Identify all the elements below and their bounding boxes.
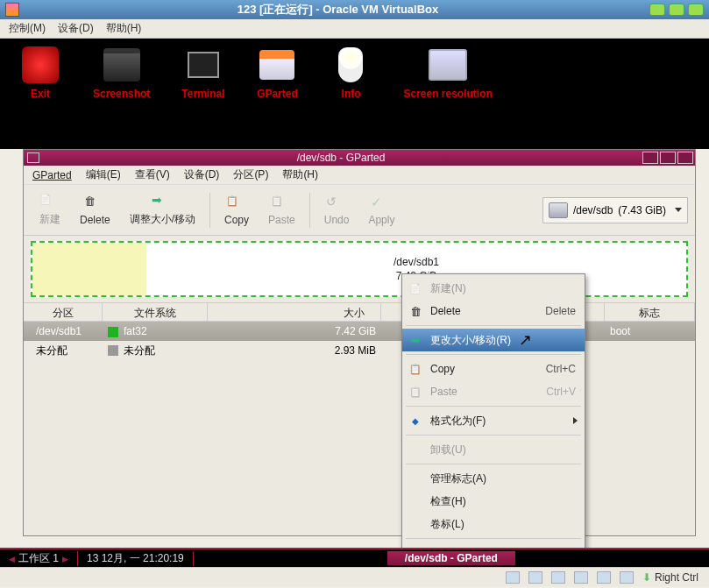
table-row[interactable]: 未分配未分配2.93 MiB (24, 341, 695, 360)
col-flags[interactable]: 标志 (605, 303, 695, 321)
vbox-maximize-button[interactable] (669, 4, 684, 16)
ctx-shortcut: Ctrl+C (546, 363, 576, 375)
monitor-icon (429, 49, 467, 81)
menu-edit[interactable]: 编辑(E) (86, 167, 121, 182)
blank-icon (408, 471, 423, 485)
gparted-close-button[interactable] (677, 152, 693, 164)
device-chooser[interactable]: /dev/sdb (7.43 GiB) (542, 197, 688, 223)
menu-separator (406, 406, 581, 407)
ctx-new: 新建(N) (402, 277, 585, 300)
ctx-label: 更改大小/移动(R) (430, 333, 511, 348)
blank-icon (408, 443, 423, 457)
blank-icon (408, 517, 423, 531)
launcher-terminal[interactable]: Terminal (181, 46, 224, 142)
vbox-menu-devices[interactable]: 设备(D) (58, 21, 94, 36)
menu-help[interactable]: 帮助(H) (282, 167, 318, 182)
ctx-resize[interactable]: 更改大小/移动(R) (402, 329, 585, 351)
col-filesystem[interactable]: 文件系统 (103, 303, 208, 321)
launcher-screenshot[interactable]: Screenshot (93, 46, 150, 142)
col-partition[interactable]: 分区 (24, 303, 103, 321)
ctx-label: 格式化为(F) (430, 414, 486, 429)
vbox-menu-control[interactable]: 控制(M) (9, 21, 46, 36)
submenu-arrow-icon (573, 417, 578, 424)
menu-separator (406, 354, 581, 355)
cell-partition: 未分配 (24, 344, 103, 358)
down-arrow-icon: ⬇ (642, 571, 651, 584)
gparted-maximize-button[interactable] (660, 152, 676, 164)
tb-label: 新建 (39, 212, 60, 227)
sb-net-icon[interactable] (551, 571, 565, 584)
gparted-titlebar[interactable]: /dev/sdb - GParted (24, 150, 695, 166)
gparted-menubar: GParted 编辑(E) 查看(V) 设备(D) 分区(P) 帮助(H) (24, 166, 695, 185)
ctx-label: 新建(N) (430, 281, 466, 296)
tb-label: Apply (368, 214, 394, 226)
ctx-copy[interactable]: CopyCtrl+C (402, 358, 585, 380)
new-icon (408, 281, 423, 295)
launcher-gparted[interactable]: GParted (256, 46, 298, 142)
menu-device[interactable]: 设备(D) (184, 167, 220, 182)
taskbar-task-gparted[interactable]: /dev/sdb - GParted (387, 551, 515, 565)
sb-hdd-icon[interactable] (506, 571, 520, 584)
menu-separator (406, 325, 581, 326)
host-key-indicator: ⬇Right Ctrl (642, 571, 698, 584)
ctx-format[interactable]: 格式化为(F) (402, 409, 585, 432)
vbox-logo-icon (5, 3, 19, 17)
vbox-close-button[interactable] (688, 4, 704, 16)
guest-taskbar: 工作区 1 13 12月, 一 21:20:19 /dev/sdb - GPar… (0, 548, 709, 567)
tb-copy[interactable]: Copy (216, 191, 258, 230)
resize-icon (408, 333, 423, 347)
col-size[interactable]: 大小 (208, 303, 381, 321)
cell-size: 7.42 GiB (208, 325, 381, 337)
clock[interactable]: 13 12月, 一 21:20:19 (78, 551, 194, 566)
chevron-down-icon (675, 208, 682, 212)
copy-icon (408, 362, 423, 376)
sb-usb-icon[interactable] (574, 571, 588, 584)
menu-partition[interactable]: 分区(P) (233, 167, 268, 182)
vbox-menu-help[interactable]: 帮助(H) (106, 21, 142, 36)
vbox-titlebar[interactable]: 123 [正在运行] - Oracle VM VirtualBox (0, 0, 709, 19)
workspace-switcher[interactable]: 工作区 1 (0, 551, 78, 566)
fs-color-swatch (108, 327, 118, 337)
window-menu-icon[interactable] (27, 152, 39, 163)
workspace-label: 工作区 1 (18, 552, 59, 564)
launcher-label: Screen resolution (403, 88, 492, 100)
ctx-delete[interactable]: DeleteDelete (402, 300, 585, 322)
tb-delete[interactable]: Delete (71, 191, 119, 230)
paste-icon (271, 195, 292, 212)
menu-view[interactable]: 查看(V) (135, 167, 170, 182)
terminal-icon (188, 52, 219, 78)
launcher-info[interactable]: Info (330, 46, 372, 142)
tb-resize[interactable]: 调整大小/移动 (121, 189, 204, 230)
ctx-label[interactable]: 卷标(L) (402, 513, 585, 535)
vbox-minimize-button[interactable] (649, 4, 665, 16)
sb-shared-icon[interactable] (597, 571, 611, 584)
menu-separator (406, 435, 581, 436)
vbox-statusbar: ⬇Right Ctrl (0, 567, 709, 586)
launcher-screenres[interactable]: Screen resolution (403, 46, 492, 142)
cell-fs: 未分配 (103, 344, 208, 358)
ctx-check[interactable]: 检查(H) (402, 490, 585, 513)
tb-apply: Apply (359, 191, 403, 230)
ctx-label: 管理标志(A) (430, 471, 486, 486)
ctx-shortcut: Delete (545, 305, 576, 317)
table-row[interactable]: /dev/sdb1fat327.42 GiB53boot (24, 322, 695, 341)
toolbar-separator (209, 193, 210, 228)
vbox-menubar: 控制(M) 设备(D) 帮助(H) (0, 19, 709, 39)
tb-paste: Paste (259, 191, 304, 230)
copy-icon (226, 195, 247, 212)
ctx-flags[interactable]: 管理标志(A) (402, 467, 585, 490)
tb-label: Copy (224, 214, 249, 226)
gparted-minimize-button[interactable] (642, 152, 658, 164)
partition-context-menu: 新建(N) DeleteDelete 更改大小/移动(R) CopyCtrl+C… (401, 273, 585, 568)
sb-cd-icon[interactable] (528, 571, 542, 584)
gparted-window: /dev/sdb - GParted GParted 编辑(E) 查看(V) 设… (23, 149, 696, 536)
launcher-exit[interactable]: Exit (19, 46, 61, 142)
partition-table-header: 分区 文件系统 大小 已用 标志 (24, 302, 695, 322)
partition-graphic[interactable]: /dev/sdb1 7.42 GiB (31, 241, 688, 297)
fs-color-swatch (108, 345, 118, 356)
sb-mouse-icon[interactable] (620, 571, 634, 584)
launcher-label: Screenshot (93, 88, 150, 100)
menu-gparted[interactable]: GParted (32, 169, 72, 181)
paste-icon (408, 385, 423, 399)
ctx-label: Delete (430, 305, 461, 317)
